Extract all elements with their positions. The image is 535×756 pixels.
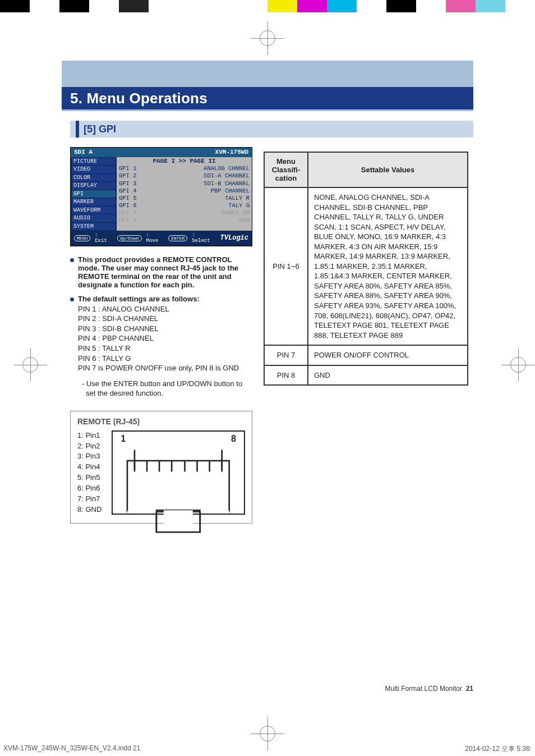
osd-title-right: XVM-175WD	[215, 149, 248, 156]
table-head-values: Settable Values	[308, 152, 468, 187]
page-footer: Multi Format LCD Monitor 21	[385, 685, 473, 693]
default-pin-item: PIN 5 : TALLY R	[78, 343, 252, 354]
footer-page: 21	[466, 685, 473, 693]
rj45-pin-item: 3: Pin3	[77, 451, 102, 462]
osd-row: GPI 6TALY G	[119, 202, 250, 209]
rj45-jack-svg	[113, 432, 244, 541]
left-column: SDI A XVM-175WD PICTUREVIDEOCOLORDISPLAY…	[70, 147, 252, 524]
rj45-pin-column: 1: Pin12: Pin23: Pin34: Pin45: Pin56: Pi…	[77, 430, 102, 515]
osd-foot-updown-lbl: : Move	[146, 232, 164, 244]
table-body: PIN 1~6NONE, ANALOG CHANNEL, SDI-A CHANN…	[264, 187, 468, 385]
osd-row: GPI 4PBP CHANNEL	[119, 187, 250, 195]
rj45-pin-item: 5: Pin5	[77, 473, 102, 483]
table-cell-value: POWER ON/OFF CONTROL	[308, 345, 468, 365]
osd-screenshot: SDI A XVM-175WD PICTUREVIDEOCOLORDISPLAY…	[70, 147, 252, 246]
osd-foot-menu-lbl: : Exit	[95, 232, 113, 244]
para2-lead: The default settings are as follows:	[78, 295, 200, 303]
body-text: This product provides a REMOTE CONTROL m…	[70, 255, 252, 398]
default-pin-item: PIN 4 : PBP CHANNEL	[78, 333, 252, 343]
osd-row-key: GPI 7	[119, 209, 137, 217]
osd-row-value: SDI-A CHANNEL	[204, 172, 250, 180]
bullet-2: The default settings are as follows: PIN…	[70, 295, 252, 398]
slug-right: 2014-02-12 오후 5:36:	[465, 744, 532, 754]
osd-row-key: GPI 2	[119, 172, 137, 180]
usage-note: - Use the ENTER button and UP/DOWN butto…	[78, 379, 252, 398]
rj45-title: REMOTE (RJ-45)	[77, 417, 245, 426]
default-pin-item: PIN 6 : TALLY G	[78, 354, 252, 364]
osd-titlebar: SDI A XVM-175WD	[71, 148, 252, 157]
table-row: PIN 7POWER ON/OFF CONTROL	[264, 345, 468, 365]
osd-menu-item: MARKER	[72, 198, 116, 206]
osd-row-key: GPI 8	[119, 217, 137, 224]
osd-foot-enter-pill: ENTER	[168, 235, 187, 241]
osd-row-key: GPI 4	[119, 187, 137, 195]
osd-menu-item: GPI	[72, 190, 116, 198]
osd-foot-enter-lbl: : Select	[192, 232, 215, 244]
osd-foot-updown-pill: Up/Down	[117, 235, 142, 241]
osd-row-value: TALLY R	[225, 195, 250, 202]
osd-row-value: SDI-B CHANNEL	[204, 180, 250, 187]
crop-mark-top	[251, 21, 284, 55]
table-cell-value: GND	[308, 365, 468, 386]
section-heading-bar: [5] GPI	[70, 121, 473, 138]
rj45-pin-item: 1: Pin1	[77, 430, 102, 441]
registration-color-bar	[0, 0, 535, 12]
print-slug: XVM-175W_245W-N_325W-EN_V2.4.indd 21 201…	[0, 742, 535, 756]
rj45-jack-diagram: 1 8	[112, 430, 245, 515]
chapter-title-bar: 5. Menu Operations	[62, 87, 473, 109]
rj45-pin-item: 7: Pin7	[77, 494, 102, 505]
default-pin-item: PIN 1 : ANALOG CHANNEL	[78, 304, 252, 314]
para1-text: This product provides a REMOTE CONTROL m…	[78, 255, 238, 289]
table-cell-key: PIN 7	[264, 345, 308, 365]
crop-mark-right	[501, 348, 535, 382]
osd-menu-item: PICTURE	[72, 158, 116, 166]
osd-menu-item: VIDEO	[72, 166, 116, 173]
osd-main: PAGE I >> PAGE II GPI 1ANALOG CHNNELGPI …	[117, 157, 252, 231]
osd-row: GPI 5TALLY R	[119, 195, 250, 202]
osd-row-value: TALY G	[228, 202, 250, 209]
bullet-1: This product provides a REMOTE CONTROL m…	[70, 255, 252, 289]
osd-row: GPI 7POWER ON	[119, 209, 250, 217]
default-pin-item: PIN 3 : SDI-B CHANNEL	[78, 324, 252, 334]
osd-row-value: PBP CHANNEL	[211, 187, 250, 195]
osd-row: GPI 8GND	[119, 217, 250, 224]
chapter-title: 5. Menu Operations	[70, 90, 207, 107]
crop-mark-left	[13, 348, 47, 382]
rj45-pin-item: 4: Pin4	[77, 462, 102, 473]
osd-title-left: SDI A	[74, 149, 93, 156]
table-cell-key: PIN 1~6	[264, 187, 308, 345]
osd-row-value: ANALOG CHNNEL	[204, 165, 250, 172]
right-column: Menu Classifi-cation Settable Values PIN…	[264, 152, 468, 386]
default-pin-list: PIN 1 : ANALOG CHANNELPIN 2 : SDI-A CHAN…	[78, 304, 252, 373]
osd-row-key: GPI 5	[119, 195, 137, 202]
osd-menu-item: SYSTEM	[72, 223, 116, 231]
osd-row-key: GPI 3	[119, 180, 137, 187]
osd-sidebar: PICTUREVIDEOCOLORDISPLAYGPIMARKERWAVEFOR…	[71, 157, 117, 231]
osd-rows: GPI 1ANALOG CHNNELGPI 2SDI-A CHANNELGPI …	[119, 165, 250, 224]
osd-footer: MENU : Exit Up/Down : Move ENTER : Selec…	[71, 231, 252, 246]
osd-menu-item: COLOR	[72, 174, 116, 182]
table-row: PIN 1~6NONE, ANALOG CHANNEL, SDI-A CHANN…	[264, 187, 468, 345]
osd-breadcrumb: PAGE I >> PAGE II	[119, 157, 250, 166]
table-cell-key: PIN 8	[264, 365, 308, 386]
osd-body: PICTUREVIDEOCOLORDISPLAYGPIMARKERWAVEFOR…	[71, 157, 252, 231]
osd-row: GPI 3SDI-B CHANNEL	[119, 180, 250, 187]
section-accent	[76, 121, 79, 138]
osd-foot-menu-pill: MENU	[74, 235, 90, 241]
osd-brand: TVLogic	[220, 235, 248, 242]
table-head-classification: Menu Classifi-cation	[264, 152, 308, 187]
rj45-pin-item: 8: GND	[77, 505, 102, 515]
rj45-row: 1: Pin12: Pin23: Pin34: Pin45: Pin56: Pi…	[77, 430, 245, 515]
osd-row-value: GND	[239, 217, 250, 224]
osd-menu-item: DISPLAY	[72, 182, 116, 190]
svg-rect-2	[164, 510, 193, 525]
table-cell-value: NONE, ANALOG CHANNEL, SDI-A CHANNEL, SDI…	[308, 187, 468, 345]
rj45-pin-item: 2: Pin2	[77, 441, 102, 452]
osd-row: GPI 2SDI-A CHANNEL	[119, 172, 250, 180]
table-row: PIN 8GND	[264, 365, 468, 386]
svg-rect-0	[127, 461, 229, 512]
osd-menu-item: WAVEFORM	[72, 207, 116, 214]
osd-row-value: POWER ON	[222, 209, 250, 217]
footer-text: Multi Format LCD Monitor	[385, 685, 462, 693]
default-pin-item: PIN 7 is POWER ON/OFF use only, PIN 8 is…	[78, 363, 252, 373]
